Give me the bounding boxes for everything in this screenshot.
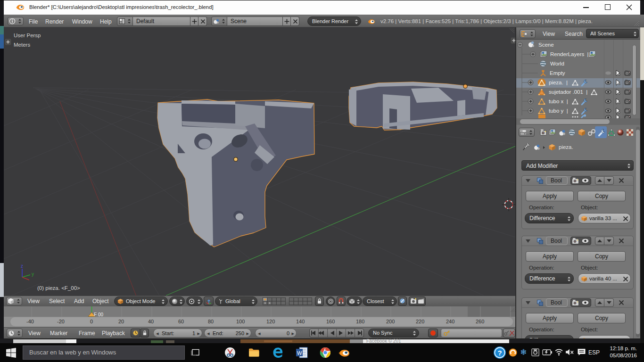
svg-text:pieza.: pieza. bbox=[559, 144, 573, 150]
svg-text:User Persp: User Persp bbox=[14, 33, 41, 38]
svg-text:W: W bbox=[297, 350, 302, 356]
svg-text:Meters: Meters bbox=[14, 42, 30, 48]
svg-text:?: ? bbox=[498, 349, 502, 357]
svg-text:y: y bbox=[32, 272, 34, 277]
svg-text:(0) pieza. <F_00>: (0) pieza. <F_00> bbox=[37, 285, 80, 291]
svg-text:z: z bbox=[21, 263, 23, 269]
